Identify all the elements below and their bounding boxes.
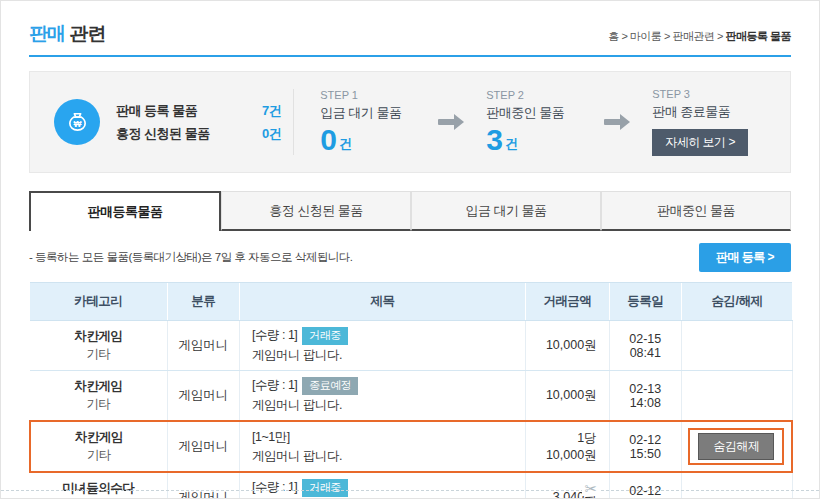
unhide-button[interactable]: 숨김해제 — [698, 433, 774, 460]
step-label: 판매 종료물품 — [652, 103, 748, 121]
money-bag-icon: ₩ — [54, 99, 100, 145]
breadcrumb: 홈 > 마이룸 > 판매관련 > 판매등록 물품 — [608, 29, 791, 47]
date-cell: 02-12 15:50 — [609, 421, 681, 472]
category-cell: 차칸게임 기타 — [30, 371, 167, 422]
category-cell: 차칸게임 기타 — [30, 321, 167, 371]
title-cell: [수량 : 1]거래중 게임머니 팝니다. — [240, 321, 526, 371]
step-count: 0 건 — [320, 125, 416, 155]
items-table: 카테고리 분류 제목 거래금액 등록일 숨김/해제 차칸게임 기타 게임머니 [… — [29, 282, 793, 499]
tab-registered-items[interactable]: 판매등록물품 — [29, 191, 221, 231]
detail-view-button[interactable]: 자세히 보기 > — [652, 129, 748, 156]
quantity-text: [수량 : 1] — [252, 378, 297, 392]
tab-bar: 판매등록물품 흥정 신청된 물품 입금 대기 물품 판매중인 물품 — [29, 191, 791, 231]
header-type: 분류 — [167, 283, 239, 321]
price-value: 10,000원 — [546, 448, 597, 462]
step-3: STEP 3 판매 종료물품 자세히 보기 > — [652, 88, 748, 156]
action-cell — [681, 472, 792, 499]
step-count-unit: 건 — [339, 135, 352, 155]
step-count: 3 건 — [486, 125, 582, 155]
item-title[interactable]: 게임머니 팝니다. — [252, 347, 521, 364]
stat-value: 7건 — [262, 102, 281, 120]
svg-text:₩: ₩ — [73, 119, 81, 129]
date-cell: 02-13 14:08 — [609, 371, 681, 422]
table-row: 차칸게임 기타 게임머니 [수량 : 1]종료예정 게임머니 팝니다. 10,0… — [30, 371, 792, 422]
header-price: 거래금액 — [525, 283, 609, 321]
title-cell: [수량 : 1]종료예정 게임머니 팝니다. — [240, 371, 526, 422]
scissors-icon: ✂ — [582, 481, 601, 496]
arrow-right-icon — [438, 119, 456, 125]
tab-negotiation-items[interactable]: 흥정 신청된 물품 — [221, 191, 411, 231]
header-hide-toggle: 숨김/해제 — [681, 283, 792, 321]
table-toolbar: - 등록하는 모든 물품(등록대기상태)은 7일 후 자동으로 삭제됩니다. 판… — [29, 243, 791, 272]
sell-register-button[interactable]: 판매 등록 > — [699, 243, 791, 272]
vertical-divider — [293, 89, 294, 155]
date-cell: 02-15 08:41 — [609, 321, 681, 371]
step-1: STEP 1 입금 대기 물품 0 건 — [320, 89, 416, 155]
stat-label: 흥정 신청된 물품 — [116, 125, 232, 143]
breadcrumb-current: 판매등록 물품 — [725, 30, 791, 42]
page-title-accent: 판매 — [29, 23, 65, 44]
step-label: 판매중인 물품 — [486, 104, 582, 122]
header-date: 등록일 — [609, 283, 681, 321]
item-title[interactable]: 게임머니 팝니다. — [252, 397, 521, 414]
price-value: 10,000원 — [546, 388, 597, 402]
action-cell — [681, 321, 792, 371]
table-row-highlighted: 차칸게임 기타 게임머니 [1~1만] 게임머니 팝니다. 1당10,000원 … — [30, 421, 792, 472]
breadcrumb-path[interactable]: 홈 > 마이룸 > 판매관련 > — [608, 30, 725, 42]
title-meta: [1~1만] — [252, 429, 521, 446]
stat-negotiation: 흥정 신청된 물품 0건 — [116, 125, 281, 143]
type-cell: 게임머니 — [167, 472, 239, 499]
type-cell: 게임머니 — [167, 321, 239, 371]
step-count-number: 3 — [486, 125, 503, 155]
type-cell: 게임머니 — [167, 421, 239, 472]
category-name: 차칸게임 — [34, 378, 163, 395]
category-name: 차칸게임 — [35, 429, 163, 446]
date-cell: 02-12 13:57 — [609, 472, 681, 499]
tab-on-sale-items[interactable]: 판매중인 물품 — [601, 191, 791, 231]
page-title: 판매 관련 — [29, 21, 105, 47]
step-count-number: 0 — [320, 125, 337, 155]
category-cell: 차칸게임 기타 — [30, 421, 167, 472]
step-name: STEP 2 — [486, 89, 582, 101]
item-title[interactable]: 게임머니 팝니다. — [252, 448, 521, 465]
category-name: 차칸게임 — [34, 328, 163, 345]
title-cell: [수량 : 1]거래중 오리오리 ~~~~~~~~~~~~~~~~~~~~~~~… — [240, 472, 526, 499]
auto-delete-notice: - 등록하는 모든 물품(등록대기상태)은 7일 후 자동으로 삭제됩니다. — [29, 250, 352, 265]
price-cell: 10,000원 — [525, 371, 609, 422]
summary-stats: 판매 등록 물품 7건 흥정 신청된 물품 0건 — [116, 97, 281, 148]
step-name: STEP 3 — [652, 88, 748, 100]
page-header: 판매 관련 홈 > 마이룸 > 판매관련 > 판매등록 물품 — [29, 1, 791, 57]
quantity-text: [수량 : 1] — [252, 480, 297, 494]
arrow-right-icon — [604, 119, 622, 125]
table-row: 차칸게임 기타 게임머니 [수량 : 1]거래중 게임머니 팝니다. 10,00… — [30, 321, 792, 371]
table-row: 미녀들의수다 기타 게임머니 [수량 : 1]거래중 오리오리 ~~~~~~~~… — [30, 472, 792, 499]
cut-line: ✂ — [1, 490, 819, 491]
header-title: 제목 — [240, 283, 526, 321]
stat-label: 판매 등록 물품 — [116, 102, 232, 120]
page-title-rest: 관련 — [65, 23, 105, 44]
step-2: STEP 2 판매중인 물품 3 건 — [486, 89, 582, 155]
price-cell: 10,000원 — [525, 321, 609, 371]
step-name: STEP 1 — [320, 89, 416, 101]
price-cell: 1당10,000원 — [525, 421, 609, 472]
category-name: 미녀들의수다 — [34, 480, 163, 497]
title-cell: [1~1만] 게임머니 팝니다. — [240, 421, 526, 472]
category-sub: 기타 — [34, 396, 163, 413]
summary-box: ₩ 판매 등록 물품 7건 흥정 신청된 물품 0건 STEP 1 입금 대기 … — [29, 71, 791, 173]
action-cell — [681, 371, 792, 422]
price-prefix: 1당 — [530, 430, 597, 447]
title-meta: [수량 : 1]거래중 — [252, 479, 521, 497]
tab-deposit-waiting-items[interactable]: 입금 대기 물품 — [411, 191, 601, 231]
title-meta: [수량 : 1]거래중 — [252, 327, 521, 345]
table-header-row: 카테고리 분류 제목 거래금액 등록일 숨김/해제 — [30, 283, 792, 321]
type-cell: 게임머니 — [167, 371, 239, 422]
status-badge: 종료예정 — [302, 377, 358, 395]
price-value: 10,000원 — [546, 338, 597, 352]
category-sub: 기타 — [35, 447, 163, 464]
title-meta: [수량 : 1]종료예정 — [252, 377, 521, 395]
page: 판매 관련 홈 > 마이룸 > 판매관련 > 판매등록 물품 ₩ 판매 등록 물… — [0, 0, 820, 499]
quantity-text: [1~1만] — [252, 430, 290, 444]
status-badge: 거래중 — [302, 479, 348, 497]
stat-registered: 판매 등록 물품 7건 — [116, 102, 281, 120]
hide-toggle-highlight-box: 숨김해제 — [688, 428, 784, 465]
